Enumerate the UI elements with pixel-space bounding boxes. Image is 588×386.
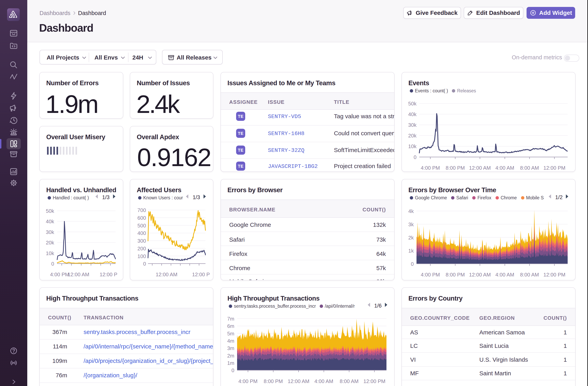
svg-text:1k: 1k: [408, 248, 414, 254]
svg-text:40k: 40k: [408, 111, 417, 117]
svg-text:7m: 7m: [227, 316, 234, 322]
svg-text:12:00 P: 12:00 P: [192, 272, 210, 277]
svg-text:4m: 4m: [227, 338, 234, 344]
svg-text:700: 700: [138, 207, 146, 213]
svg-text:8:00 PM: 8:00 PM: [264, 378, 283, 384]
svg-text:20k: 20k: [408, 133, 417, 139]
svg-text:0: 0: [143, 261, 146, 267]
svg-text:400: 400: [138, 230, 146, 236]
svg-text:8:00 AM: 8:00 AM: [340, 378, 358, 384]
svg-text:200: 200: [138, 246, 146, 251]
svg-text:10k: 10k: [408, 143, 417, 149]
svg-text:12:00 AM: 12:00 AM: [68, 272, 89, 277]
svg-text:4:00 PM: 4:00 PM: [238, 378, 258, 384]
svg-text:40k: 40k: [46, 219, 54, 225]
svg-text:8:00 PM: 8:00 PM: [446, 165, 465, 171]
svg-text:1m: 1m: [227, 360, 234, 366]
svg-text:8:00 PM: 8:00 PM: [446, 272, 465, 278]
svg-text:8:00 AM: 8:00 AM: [520, 165, 539, 171]
svg-text:12:00 AM: 12:00 AM: [288, 378, 309, 384]
svg-text:2k: 2k: [408, 235, 414, 241]
svg-text:4:00 PM: 4:00 PM: [50, 272, 69, 277]
svg-text:4:00 AM: 4:00 AM: [495, 272, 514, 278]
svg-text:4:00 PM: 4:00 PM: [421, 272, 440, 278]
svg-text:4:00 AM: 4:00 AM: [495, 165, 514, 171]
svg-text:12:00 PM: 12:00 PM: [363, 378, 385, 384]
svg-text:12:00 P: 12:00 P: [100, 272, 117, 277]
svg-text:600: 600: [138, 215, 146, 221]
svg-text:30k: 30k: [46, 229, 54, 235]
svg-text:50k: 50k: [408, 101, 417, 107]
svg-text:3m: 3m: [227, 345, 234, 351]
svg-text:12:00 AM: 12:00 AM: [469, 272, 491, 278]
svg-text:0: 0: [414, 154, 417, 160]
svg-text:0: 0: [411, 261, 414, 267]
svg-text:10k: 10k: [46, 250, 54, 256]
svg-text:100: 100: [138, 253, 146, 259]
svg-text:300: 300: [138, 238, 146, 244]
svg-text:12:00 PM: 12:00 PM: [543, 165, 565, 171]
svg-text:30k: 30k: [408, 122, 417, 128]
svg-text:2m: 2m: [227, 353, 234, 359]
svg-text:8:00 AM: 8:00 AM: [520, 272, 539, 278]
svg-text:4:00 PM: 4:00 PM: [421, 165, 440, 171]
svg-text:50k: 50k: [46, 208, 54, 214]
svg-text:0: 0: [51, 261, 54, 267]
svg-text:6m: 6m: [227, 323, 234, 329]
svg-text:5m: 5m: [227, 331, 234, 337]
svg-text:3k: 3k: [408, 222, 414, 227]
svg-text:12:00 AM: 12:00 AM: [156, 272, 177, 277]
svg-text:0: 0: [231, 367, 234, 373]
svg-text:500: 500: [138, 223, 146, 228]
svg-text:12:00 AM: 12:00 AM: [469, 165, 491, 171]
svg-text:4:00 AM: 4:00 AM: [314, 378, 333, 384]
svg-text:20k: 20k: [46, 240, 54, 246]
svg-text:12:00 PM: 12:00 PM: [543, 272, 565, 278]
svg-text:4k: 4k: [408, 208, 414, 214]
